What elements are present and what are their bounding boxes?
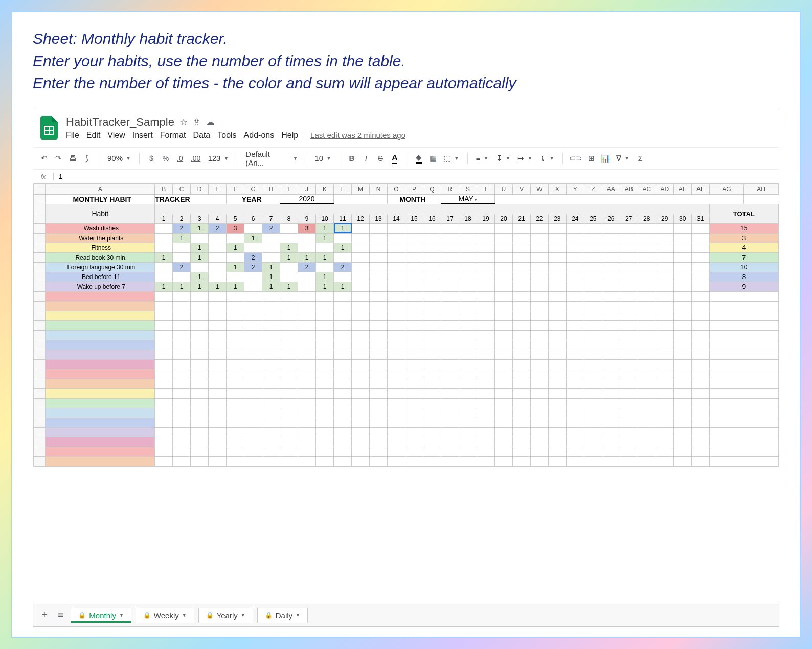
habit-cell[interactable]: 1 [334,223,352,233]
habit-cell[interactable] [227,427,244,437]
habit-cell[interactable] [638,243,656,252]
habit-cell[interactable] [352,456,370,466]
habit-cell[interactable] [352,272,370,282]
habit-cell[interactable] [262,350,280,359]
habit-cell[interactable] [191,320,209,330]
habit-name-empty[interactable] [46,369,155,379]
habit-cell[interactable] [620,262,638,272]
habit-cell[interactable] [620,437,638,447]
menu-edit[interactable]: Edit [86,131,101,140]
habit-cell[interactable] [602,369,620,379]
habit-cell[interactable] [477,223,494,233]
habit-cell[interactable] [566,330,584,340]
habit-cell[interactable] [691,301,709,311]
habit-cell[interactable] [656,272,673,282]
habit-cell[interactable] [405,320,423,330]
habit-cell[interactable] [388,456,405,466]
habit-cell[interactable] [298,379,316,388]
habit-cell[interactable] [602,379,620,388]
habit-cell[interactable] [566,388,584,398]
habit-cell[interactable] [638,301,656,311]
habit-cell[interactable] [280,223,298,233]
habit-cell[interactable] [656,311,673,320]
habit-cell[interactable] [298,427,316,437]
habit-cell[interactable] [584,282,602,291]
habit-cell[interactable] [691,398,709,408]
habit-cell[interactable] [459,398,477,408]
habit-cell[interactable] [530,359,548,369]
habit-cell[interactable] [244,359,262,369]
habit-cell[interactable] [155,291,173,301]
habit-cell[interactable] [244,408,262,418]
habit-cell[interactable] [191,388,209,398]
habit-cell[interactable] [602,282,620,291]
habit-cell[interactable] [673,282,691,291]
habit-cell[interactable] [566,369,584,379]
habit-cell[interactable] [370,427,388,437]
habit-cell[interactable]: 2 [334,262,352,272]
habit-name[interactable]: Wake up before 7 [46,282,155,291]
habit-cell[interactable] [262,437,280,447]
habit-cell[interactable] [388,408,405,418]
habit-cell[interactable] [209,398,227,408]
habit-cell[interactable] [494,291,512,301]
habit-cell[interactable] [459,340,477,350]
habit-cell[interactable] [477,456,494,466]
habit-cell[interactable]: 1 [244,233,262,243]
habit-cell[interactable] [298,272,316,282]
habit-cell[interactable] [405,243,423,252]
habit-cell[interactable] [584,427,602,437]
habit-cell[interactable] [566,418,584,427]
habit-cell[interactable] [280,427,298,437]
habit-cell[interactable] [691,262,709,272]
habit-cell[interactable] [155,418,173,427]
habit-cell[interactable] [494,379,512,388]
habit-cell[interactable] [173,311,191,320]
habit-cell[interactable] [494,388,512,398]
habit-cell[interactable] [244,427,262,437]
habit-cell[interactable] [191,437,209,447]
habit-cell[interactable] [691,320,709,330]
habit-cell[interactable] [316,418,334,427]
habit-cell[interactable] [602,388,620,398]
habit-cell[interactable] [423,223,441,233]
last-edit-link[interactable]: Last edit was 2 minutes ago [310,131,405,140]
habit-cell[interactable] [155,379,173,388]
habit-cell[interactable] [602,311,620,320]
habit-cell[interactable] [673,388,691,398]
habit-cell[interactable]: 1 [155,282,173,291]
habit-cell[interactable]: 1 [262,272,280,282]
month-dropdown[interactable]: MAY [441,194,494,204]
habit-cell[interactable] [388,340,405,350]
link-icon[interactable]: ⊂⊃ [569,152,582,165]
habit-cell[interactable] [405,388,423,398]
habit-cell[interactable] [209,437,227,447]
menu-tools[interactable]: Tools [217,131,236,140]
column-header[interactable]: G [244,184,262,194]
habit-cell[interactable] [477,301,494,311]
habit-cell[interactable] [280,233,298,243]
habit-cell[interactable] [566,282,584,291]
habit-cell[interactable] [227,301,244,311]
habit-cell[interactable] [262,388,280,398]
habit-cell[interactable] [494,320,512,330]
habit-cell[interactable] [173,388,191,398]
habit-cell[interactable] [155,359,173,369]
habit-cell[interactable] [423,243,441,252]
habit-cell[interactable] [244,340,262,350]
habit-cell[interactable] [155,311,173,320]
habit-cell[interactable] [566,359,584,369]
habit-cell[interactable] [191,369,209,379]
habit-cell[interactable] [512,223,530,233]
habit-cell[interactable] [191,233,209,243]
habit-cell[interactable] [227,369,244,379]
habit-cell[interactable] [548,272,566,282]
habit-cell[interactable] [602,301,620,311]
habit-cell[interactable] [227,447,244,456]
habit-cell[interactable] [262,243,280,252]
habit-cell[interactable] [602,437,620,447]
habit-cell[interactable] [227,350,244,359]
habit-cell[interactable] [638,252,656,262]
habit-cell[interactable] [298,301,316,311]
habit-cell[interactable] [209,379,227,388]
